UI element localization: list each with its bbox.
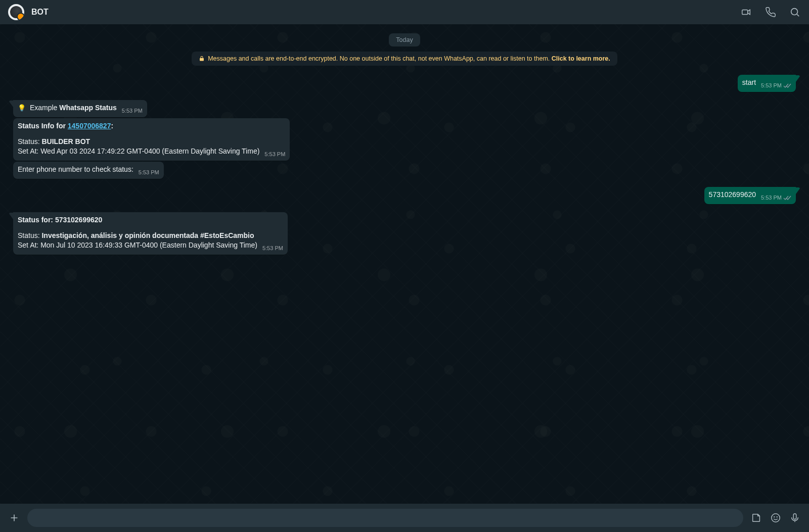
message-text: 573102699620 (709, 190, 756, 199)
message-in[interactable]: 💡 Example Whatsapp Status 5:53 PM (13, 100, 147, 117)
message-time: 5:53 PM (139, 168, 159, 177)
svg-point-2 (772, 514, 780, 522)
message-meta: 5:53 PM (139, 168, 159, 177)
emoji-icon[interactable] (770, 512, 782, 524)
message-row: 💡 Example Whatsapp Status 5:53 PM (10, 100, 799, 117)
encryption-banner: Messages and calls are end-to-end encryp… (10, 52, 799, 66)
message-in[interactable]: Enter phone number to check status: 5:53… (13, 162, 164, 179)
message-out[interactable]: 573102699620 5:53 PM (704, 187, 796, 204)
chat-title[interactable]: BOT (31, 8, 733, 17)
message-meta: 5:53 PM (122, 106, 143, 116)
message-in[interactable]: Status Info for 14507006827: Status: BUI… (13, 118, 290, 161)
message-text: start (742, 78, 756, 86)
message-time: 5:53 PM (264, 150, 285, 159)
bulb-icon: 💡 (18, 104, 26, 112)
read-ticks-icon (783, 195, 791, 201)
message-row: Enter phone number to check status: 5:53… (10, 162, 799, 179)
video-call-icon[interactable] (740, 6, 752, 18)
status-label: Status: (18, 137, 41, 146)
status-value: Investigación, análisis y opinión docume… (41, 231, 254, 239)
lock-icon (199, 56, 205, 62)
voice-call-icon[interactable] (765, 6, 777, 18)
header-actions (740, 6, 801, 18)
set-at-line: Set At: Mon Jul 10 2023 16:49:33 GMT-040… (18, 241, 257, 249)
message-row: Status Info for 14507006827: Status: BUI… (10, 118, 799, 161)
message-out[interactable]: start 5:53 PM (738, 75, 796, 92)
message-time: 5:53 PM (262, 244, 283, 253)
svg-rect-5 (793, 514, 796, 519)
encryption-cta[interactable]: Click to learn more. (552, 55, 610, 62)
svg-point-3 (774, 517, 775, 517)
day-separator: Today (10, 33, 799, 46)
message-meta: 5:53 PM (761, 193, 791, 203)
composer (0, 504, 809, 532)
message-row: start 5:53 PM (10, 75, 799, 92)
status-value: BUILDER BOT (41, 137, 90, 146)
status-label: Status: (18, 231, 41, 239)
svg-rect-0 (742, 10, 748, 14)
message-meta: 5:53 PM (262, 244, 283, 253)
status-info-suffix: : (111, 122, 113, 130)
message-text: Enter phone number to check status: (18, 165, 133, 173)
avatar[interactable] (8, 4, 24, 20)
message-time: 5:53 PM (761, 193, 782, 203)
encryption-banner-inner[interactable]: Messages and calls are end-to-end encryp… (192, 52, 617, 66)
message-input[interactable] (27, 509, 743, 527)
svg-point-1 (791, 9, 798, 15)
message-text-prefix: Example (30, 104, 59, 112)
search-icon[interactable] (789, 6, 801, 18)
chat-header: BOT (0, 0, 809, 24)
microphone-icon[interactable] (789, 512, 801, 524)
phone-link[interactable]: 14507006827 (68, 122, 111, 130)
status-for-line: Status for: 573102699620 (18, 216, 102, 224)
app-root: BOT Today Messages and calls are end-to-… (0, 0, 809, 532)
message-meta: 5:53 PM (264, 150, 285, 159)
set-at-line: Set At: Wed Apr 03 2024 17:49:22 GMT-040… (18, 147, 259, 155)
message-time: 5:53 PM (761, 81, 782, 90)
message-in[interactable]: Status for: 573102699620 Status: Investi… (13, 212, 288, 255)
message-row: 573102699620 5:53 PM (10, 187, 799, 204)
status-info-prefix: Status Info for (18, 122, 68, 130)
sticker-icon[interactable] (750, 512, 762, 524)
read-ticks-icon (783, 83, 791, 88)
message-row: Status for: 573102699620 Status: Investi… (10, 212, 799, 255)
message-meta: 5:53 PM (761, 81, 791, 90)
message-text-bold: Whatsapp Status (59, 104, 117, 112)
chat-body[interactable]: Today Messages and calls are end-to-end … (0, 24, 809, 504)
attach-icon[interactable] (8, 512, 20, 524)
svg-point-4 (777, 517, 777, 517)
message-time: 5:53 PM (122, 106, 143, 116)
day-label: Today (389, 33, 420, 46)
composer-right-icons (750, 512, 801, 524)
encryption-text: Messages and calls are end-to-end encryp… (208, 55, 552, 62)
